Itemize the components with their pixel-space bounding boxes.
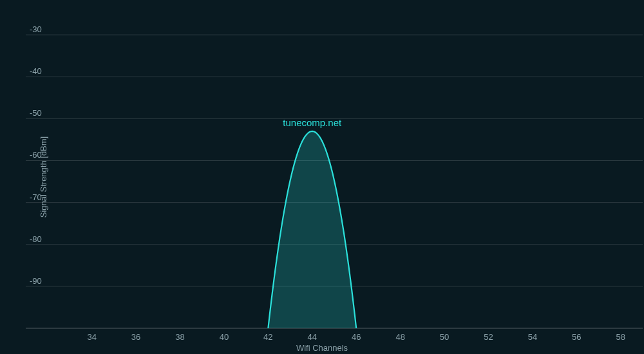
- x-tick-label: 40: [220, 332, 229, 342]
- y-tick-label: -30: [30, 24, 42, 34]
- y-tick-label: -50: [30, 108, 42, 118]
- y-tick-label: -90: [30, 276, 42, 286]
- chart-svg: -30-40-50-60-70-80-903436384042444648505…: [0, 0, 644, 354]
- series-label: tunecomp.net: [283, 117, 342, 128]
- x-tick-label: 34: [87, 332, 96, 342]
- y-tick-label: -40: [30, 66, 42, 76]
- x-tick-label: 48: [395, 332, 404, 342]
- x-tick-label: 36: [131, 332, 140, 342]
- x-tick-label: 42: [263, 332, 272, 342]
- x-tick-label: 52: [484, 332, 493, 342]
- y-tick-label: -80: [30, 234, 42, 244]
- x-tick-label: 38: [175, 332, 184, 342]
- wifi-signal-chart: Signal Strength [dBm] -30-40-50-60-70-80…: [0, 0, 644, 354]
- x-tick-label: 46: [352, 332, 361, 342]
- x-tick-label: 44: [308, 332, 317, 342]
- x-tick-label: 50: [440, 332, 449, 342]
- x-tick-label: 58: [616, 332, 625, 342]
- x-tick-label: 56: [572, 332, 581, 342]
- x-tick-label: 54: [528, 332, 537, 342]
- y-axis-label: Signal Strength [dBm]: [39, 136, 48, 218]
- x-axis-label: Wifi Channels: [0, 343, 644, 353]
